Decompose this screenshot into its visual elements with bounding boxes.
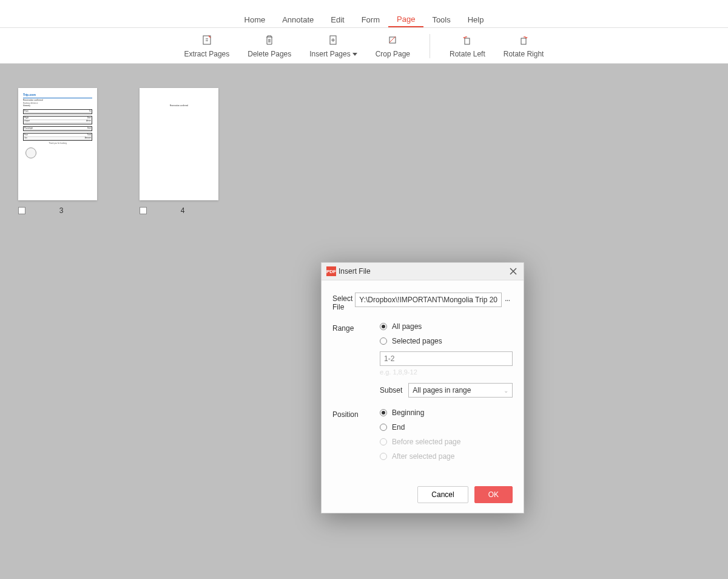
- select-file-label: Select File: [332, 293, 355, 311]
- range-label: Range: [332, 322, 380, 333]
- dialog-title: Insert File: [339, 267, 508, 276]
- position-label: Position: [332, 408, 380, 419]
- range-hint: e.g. 1,8,9-12: [380, 368, 513, 376]
- after-selected-label: After selected page: [392, 452, 454, 461]
- radio-all-pages[interactable]: [380, 323, 387, 330]
- beginning-label: Beginning: [392, 408, 424, 417]
- subset-label: Subset: [380, 386, 402, 394]
- radio-end[interactable]: [380, 424, 387, 431]
- end-label: End: [392, 423, 405, 432]
- radio-beginning[interactable]: [380, 409, 387, 416]
- dialog-titlebar[interactable]: PDF Insert File: [322, 263, 524, 280]
- chevron-down-icon: ⌄: [504, 387, 508, 394]
- browse-button[interactable]: ···: [502, 295, 513, 305]
- dialog-overlay: PDF Insert File Select File Y:\Dropbox\!…: [0, 0, 728, 579]
- radio-before-selected: [380, 438, 387, 445]
- cancel-button[interactable]: Cancel: [417, 486, 468, 503]
- pdf-app-icon: PDF: [326, 266, 336, 276]
- subset-dropdown[interactable]: All pages in range ⌄: [408, 383, 513, 398]
- subset-value: All pages in range: [413, 386, 471, 394]
- before-selected-label: Before selected page: [392, 438, 460, 446]
- selected-pages-label: Selected pages: [392, 337, 442, 345]
- insert-file-dialog: PDF Insert File Select File Y:\Dropbox\!…: [321, 262, 524, 513]
- ok-button[interactable]: OK: [474, 486, 513, 503]
- radio-selected-pages[interactable]: [380, 337, 387, 345]
- dialog-body: Select File Y:\Dropbox\!IMPORTANT\Mongol…: [322, 280, 524, 513]
- all-pages-label: All pages: [392, 322, 422, 331]
- radio-after-selected: [380, 453, 387, 460]
- close-button[interactable]: [508, 266, 519, 277]
- page-range-input[interactable]: [380, 351, 513, 366]
- file-path-input[interactable]: Y:\Dropbox\!IMPORTANT\Mongolia Trip 20: [355, 293, 502, 307]
